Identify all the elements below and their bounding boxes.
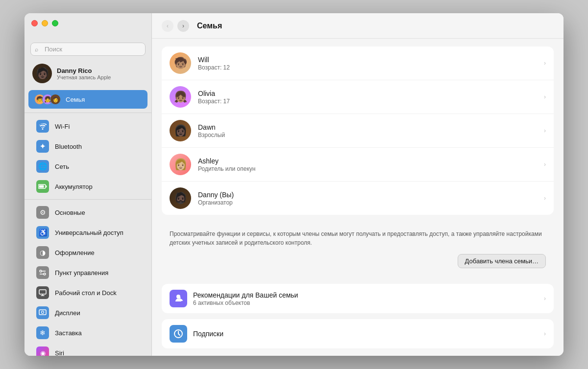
avatar: 🧑🏿 <box>32 64 52 83</box>
user-profile[interactable]: 🧑🏿 Danny Rico Учетная запись Apple <box>24 58 151 89</box>
description-text: Просматривайте функции и сервисы, к кото… <box>162 223 554 249</box>
svg-rect-10 <box>39 310 46 315</box>
sidebar-item-screensaver[interactable]: ❄ Заставка <box>28 323 147 343</box>
sidebar-item-accessibility-label: Универсальный доступ <box>55 229 123 236</box>
member-dawn-info: Dawn Взрослый <box>198 123 544 138</box>
sidebar-item-accessibility[interactable]: ♿ Универсальный доступ <box>28 223 147 242</box>
recommendations-info: Рекомендации для Вашей семьи 6 активных … <box>193 291 544 306</box>
main-header: ‹ › Семья <box>152 13 564 39</box>
member-ashley-name: Ashley <box>198 157 544 165</box>
bluetooth-icon: ✦ <box>36 140 49 153</box>
family-avatars: 🧒 👧 👩 <box>34 94 61 105</box>
avatar-dawn: 👩🏿 <box>170 120 191 141</box>
sidebar-item-appearance-label: Оформление <box>55 249 95 256</box>
svg-point-4 <box>44 273 46 275</box>
sidebar-item-network-label: Сеть <box>55 163 69 170</box>
sidebar-item-wifi[interactable]: Wi-Fi <box>28 116 147 136</box>
recommendations-icon <box>170 290 187 307</box>
avatar-danny: 🧔🏿 <box>170 187 191 209</box>
sidebar-item-general-label: Основные <box>55 209 85 216</box>
svg-rect-1 <box>46 185 47 187</box>
subscriptions-info: Подписки <box>193 330 544 338</box>
sidebar-item-wifi-label: Wi-Fi <box>55 123 70 130</box>
network-icon: 🌐 <box>36 160 49 173</box>
accessibility-icon: ♿ <box>36 226 49 239</box>
sidebar-item-bluetooth-label: Bluetooth <box>55 143 82 150</box>
siri-icon: ◉ <box>36 346 49 356</box>
main-content: 🧒🏽 Will Возраст: 12 › 👧🏽 Olivia Возраст:… <box>152 39 564 356</box>
sidebar-divider-2 <box>24 199 151 200</box>
user-subtitle: Учетная запись Apple <box>57 74 111 80</box>
main-panel: ‹ › Семья 🧒🏽 Will Возраст: 12 › <box>152 13 564 356</box>
subscriptions-name: Подписки <box>193 330 544 338</box>
recommendations-row[interactable]: Рекомендации для Вашей семьи 6 активных … <box>162 284 554 313</box>
avatar-will: 🧒🏽 <box>170 52 191 74</box>
user-avatar-emoji: 🧑🏿 <box>36 67 49 80</box>
forward-button[interactable]: › <box>177 20 189 32</box>
sidebar-item-battery[interactable]: Аккумулятор <box>28 177 147 196</box>
avatar-olivia: 👧🏽 <box>170 86 191 108</box>
sidebar-item-bluetooth[interactable]: ✦ Bluetooth <box>28 137 147 156</box>
add-member-button[interactable]: Добавить члена семьи… <box>458 254 546 268</box>
wifi-icon <box>36 120 49 133</box>
sidebar: ⌕ Поиск 🧑🏿 Danny Rico Учетная запись App… <box>24 13 152 356</box>
svg-rect-2 <box>39 185 44 188</box>
back-button[interactable]: ‹ <box>162 20 173 32</box>
sidebar-item-network[interactable]: 🌐 Сеть <box>28 157 147 176</box>
sidebar-item-displays[interactable]: Дисплеи <box>28 303 147 323</box>
svg-point-3 <box>40 270 42 272</box>
description-section: Просматривайте функции и сервисы, к кото… <box>162 223 554 276</box>
subscriptions-row[interactable]: Подписки › <box>162 319 554 348</box>
user-info: Danny Rico Учетная запись Apple <box>57 67 111 80</box>
appearance-icon: ◑ <box>36 246 49 259</box>
displays-icon <box>36 306 49 319</box>
member-will[interactable]: 🧒🏽 Will Возраст: 12 › <box>162 46 554 80</box>
member-olivia-role: Возраст: 17 <box>198 98 544 105</box>
member-danny[interactable]: 🧔🏿 Danny (Вы) Организатор › <box>162 182 554 215</box>
sidebar-item-screensaver-label: Заставка <box>55 329 82 337</box>
chevron-recommendations: › <box>544 295 546 302</box>
sidebar-item-general[interactable]: ⚙ Основные <box>28 203 147 222</box>
sidebar-item-siri[interactable]: ◉ Siri <box>28 343 147 356</box>
maximize-button[interactable] <box>52 20 58 26</box>
sidebar-item-appearance[interactable]: ◑ Оформление <box>28 243 147 262</box>
chevron-danny: › <box>544 195 546 202</box>
desktop-icon <box>36 286 49 299</box>
member-will-role: Возраст: 12 <box>198 64 544 71</box>
recommendations-name: Рекомендации для Вашей семьи <box>193 291 544 299</box>
search-icon: ⌕ <box>35 46 38 53</box>
sidebar-item-displays-label: Дисплеи <box>55 309 80 317</box>
sidebar-item-desktop[interactable]: Рабочий стол и Dock <box>28 283 147 302</box>
sidebar-item-family[interactable]: 🧒 👧 👩 Семья <box>28 90 147 109</box>
member-dawn[interactable]: 👩🏿 Dawn Взрослый › <box>162 114 554 148</box>
chevron-subscriptions: › <box>544 330 546 337</box>
member-dawn-name: Dawn <box>198 123 544 131</box>
chevron-will: › <box>544 60 546 67</box>
member-ashley[interactable]: 👩🏼 Ashley Родитель или опекун › <box>162 148 554 182</box>
page-title: Семья <box>197 22 222 30</box>
sidebar-item-control[interactable]: Пункт управления <box>28 263 147 282</box>
subscriptions-icon <box>170 325 187 343</box>
family-mini-avatar-3: 👩 <box>50 94 61 105</box>
user-name: Danny Rico <box>57 67 111 74</box>
sidebar-item-battery-label: Аккумулятор <box>55 183 93 190</box>
svg-point-11 <box>42 311 44 314</box>
member-will-name: Will <box>198 56 544 64</box>
member-will-info: Will Возраст: 12 <box>198 56 544 71</box>
sidebar-item-control-label: Пункт управления <box>55 269 108 277</box>
screensaver-icon: ❄ <box>36 326 49 339</box>
close-button[interactable] <box>31 20 38 26</box>
sidebar-item-siri-label: Siri <box>55 349 64 356</box>
recommendations-card: Рекомендации для Вашей семьи 6 активных … <box>162 284 554 313</box>
members-card: 🧒🏽 Will Возраст: 12 › 👧🏽 Olivia Возраст:… <box>162 46 554 215</box>
member-olivia[interactable]: 👧🏽 Olivia Возраст: 17 › <box>162 80 554 114</box>
chevron-olivia: › <box>544 93 546 100</box>
family-label: Семья <box>66 96 85 103</box>
member-dawn-role: Взрослый <box>198 132 544 138</box>
sidebar-divider-1 <box>24 113 151 113</box>
search-bar[interactable]: ⌕ Поиск <box>30 43 146 56</box>
control-icon <box>36 266 49 279</box>
minimize-button[interactable] <box>42 20 48 26</box>
member-ashley-role: Родитель или опекун <box>198 165 544 172</box>
svg-rect-7 <box>39 290 46 294</box>
